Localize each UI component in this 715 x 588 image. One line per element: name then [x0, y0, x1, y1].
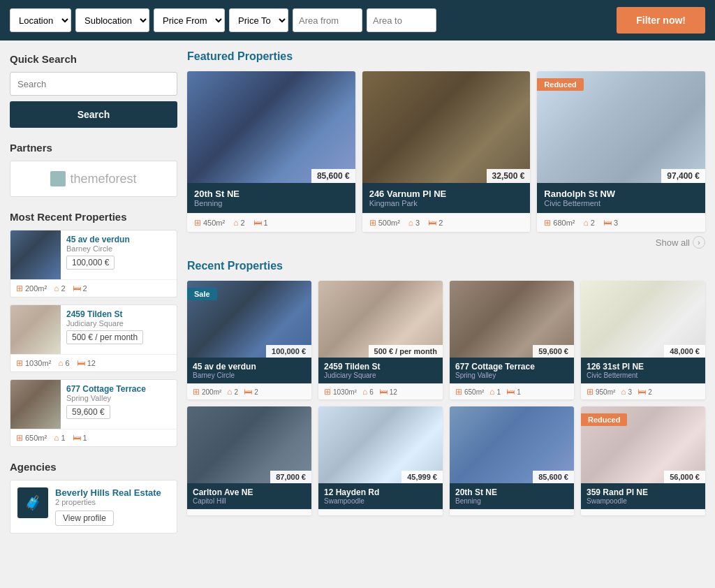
sublocation-select[interactable]: Sublocation	[75, 8, 149, 32]
recent-img-1: Sale 100,000 €	[187, 281, 311, 358]
recent-card-5[interactable]: 87,000 € Carlton Ave NE Capitol Hill	[187, 406, 311, 515]
featured-price-3: 97,400 €	[661, 169, 705, 183]
recent-card-3[interactable]: 59,600 € 677 Cottage Terrace Spring Vall…	[450, 281, 574, 399]
filter-now-button[interactable]: Filter now!	[617, 7, 705, 34]
featured-img-1: 85,600 €	[187, 71, 355, 183]
recent-img-4: 48,000 €	[581, 281, 705, 358]
recent-name-7: 20th St NE	[455, 487, 568, 497]
agencies-section: Agencies 🧳 Beverly Hills Real Estate 2 p…	[10, 461, 177, 534]
badge-sale-r1: Sale	[187, 288, 217, 300]
recent-loc-5: Capitol Hill	[193, 497, 306, 505]
beds-icon-r2: 🛏	[379, 387, 388, 397]
recent-name-6: 12 Hayden Rd	[324, 487, 437, 497]
recent-name-4: 126 31st Pl NE	[587, 362, 700, 372]
featured-img-3: Reduced 97,400 €	[537, 71, 705, 183]
partner-logo[interactable]: themeforest	[10, 161, 177, 197]
recent-img-5: 87,000 €	[187, 406, 311, 483]
sidebar-recent-name-3: 677 Cottage Terrace	[66, 384, 171, 394]
sidebar-recent-img-1	[10, 230, 61, 279]
beds-icon-f3: 🛏	[603, 218, 612, 228]
featured-name-3: Randolph St NW	[544, 189, 698, 199]
rooms-icon: ⌂	[54, 284, 59, 293]
recent-price-4: 48,000 €	[664, 345, 705, 358]
featured-grid: 85,600 € 20th St NE Benning ⊞ 450m² ⌂ 2	[187, 71, 705, 232]
beds-icon-f1: 🛏	[253, 218, 262, 228]
agency-card: 🧳 Beverly Hills Real Estate 2 properties…	[10, 480, 177, 534]
recent-loc-2: Judiciary Square	[324, 372, 437, 379]
recent-card-6[interactable]: 45,999 € 12 Hayden Rd Swampoodle	[318, 406, 443, 515]
agency-name: Beverly Hills Real Estate	[55, 487, 161, 498]
recent-name-2: 2459 Tilden St	[324, 362, 437, 372]
price-to-select[interactable]: Price To	[229, 8, 288, 32]
sidebar-recent-img-2	[10, 305, 61, 354]
partners-section: Partners themeforest	[10, 142, 177, 197]
main-layout: Quick Search Search Partners themeforest…	[0, 41, 715, 543]
beds-icon: 🛏	[73, 284, 81, 293]
recent-img-2: 500 € / per month	[318, 281, 443, 358]
area-icon: ⊞	[16, 284, 23, 293]
sidebar-recent-item-3[interactable]: 677 Cottage Terrace Spring Valley 59,600…	[10, 379, 177, 447]
area-to-input[interactable]	[367, 8, 436, 32]
sidebar-recent-item-2[interactable]: 2459 Tilden St Judiciary Square 500 € / …	[10, 304, 177, 372]
featured-price-1: 85,600 €	[311, 169, 355, 183]
recent-card-4[interactable]: 48,000 € 126 31st Pl NE Civic Betterment…	[581, 281, 705, 399]
show-all-link[interactable]: Show all ›	[656, 236, 705, 249]
quick-search-section: Quick Search Search	[10, 53, 177, 128]
recent-loc-4: Civic Betterment	[587, 372, 700, 379]
recent-img-6: 45,999 €	[318, 406, 443, 483]
sidebar-recent-loc-1: Barney Circle	[66, 244, 171, 253]
featured-img-2: 32,500 €	[362, 71, 531, 183]
area-from-input[interactable]	[293, 8, 362, 32]
themeforest-icon	[50, 171, 66, 186]
recent-price-2: 500 € / per month	[369, 345, 443, 358]
rooms-icon-f2: ⌂	[408, 218, 413, 228]
area-icon-f2: ⊞	[369, 218, 376, 228]
rooms-icon-2: ⌂	[58, 358, 63, 368]
agency-info: Beverly Hills Real Estate 2 properties V…	[55, 487, 161, 526]
recent-price-7: 85,600 €	[533, 471, 574, 483]
rooms-icon-r1: ⌂	[227, 387, 232, 397]
featured-location-3: Civic Betterment	[544, 199, 698, 207]
recent-price-6: 45,999 €	[401, 471, 443, 483]
area-icon-r2: ⊞	[324, 387, 331, 397]
recent-card-8[interactable]: Reduced 56,000 € 359 Rand Pl NE Swampood…	[581, 406, 705, 515]
recent-loc-6: Swampoodle	[324, 497, 437, 505]
main-content: Featured Properties 85,600 € 20th St NE …	[187, 50, 705, 534]
featured-location-1: Benning	[194, 199, 348, 207]
sidebar-recent-item-1[interactable]: 45 av de verdun Barney Circle 100,000 € …	[10, 230, 177, 297]
price-from-select[interactable]: Price From	[154, 8, 225, 32]
badge-reduced-f3: Reduced	[537, 78, 583, 91]
view-profile-button[interactable]: View profile	[55, 510, 114, 526]
area-icon-r3: ⊞	[455, 387, 462, 397]
search-input[interactable]	[10, 72, 177, 96]
recent-card-7[interactable]: 85,600 € 20th St NE Benning	[450, 406, 574, 515]
recent-card-2[interactable]: 500 € / per month 2459 Tilden St Judicia…	[318, 281, 443, 399]
area-icon-f3: ⊞	[544, 218, 551, 228]
rooms-icon-r4: ⌂	[621, 387, 626, 397]
most-recent-title: Most Recent Properties	[10, 211, 177, 223]
area-icon-r1: ⊞	[193, 387, 200, 397]
rooms-icon-r2: ⌂	[362, 387, 367, 397]
featured-price-2: 32,500 €	[487, 169, 531, 183]
agencies-title: Agencies	[10, 461, 177, 473]
recent-loc-3: Spring Valley	[455, 372, 568, 379]
area-icon-2: ⊞	[16, 358, 23, 368]
featured-card-2[interactable]: 32,500 € 246 Varnum Pl NE Kingman Park ⊞…	[362, 71, 531, 232]
rooms-icon-r3: ⌂	[489, 387, 494, 397]
search-button[interactable]: Search	[10, 101, 177, 128]
rooms-icon-f3: ⌂	[584, 218, 589, 228]
sidebar-recent-price-3: 59,600 €	[66, 405, 110, 419]
sidebar: Quick Search Search Partners themeforest…	[10, 50, 177, 534]
featured-name-1: 20th St NE	[194, 189, 348, 199]
recent-price-3: 59,600 €	[533, 345, 574, 358]
location-select[interactable]: Location	[10, 8, 71, 32]
area-icon-f1: ⊞	[194, 218, 201, 228]
agency-icon: 🧳	[17, 487, 48, 518]
beds-icon-2: 🛏	[77, 358, 85, 368]
featured-card-3[interactable]: Reduced 97,400 € Randolph St NW Civic Be…	[537, 71, 705, 232]
recent-card-1[interactable]: Sale 100,000 € 45 av de verdun Barney Ci…	[187, 281, 311, 399]
recent-name-8: 359 Rand Pl NE	[587, 487, 700, 497]
featured-card-1[interactable]: 85,600 € 20th St NE Benning ⊞ 450m² ⌂ 2	[187, 71, 355, 232]
recent-img-8: Reduced 56,000 €	[581, 406, 705, 483]
featured-title: Featured Properties	[187, 50, 705, 63]
